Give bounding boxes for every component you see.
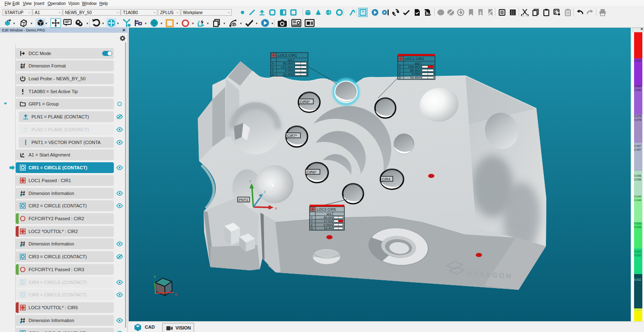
svg-text:X: X: [399, 65, 401, 69]
svg-text:*: *: [362, 9, 364, 16]
svg-text:LOC3 CIR5: LOC3 CIR5: [317, 207, 336, 212]
svg-text:X: X: [272, 62, 274, 65]
svg-text:LOC1 CIR1: LOC1 CIR1: [278, 53, 297, 58]
svg-text:CIR4: CIR4: [382, 177, 391, 181]
svg-text:Z: Z: [399, 72, 401, 76]
svg-text:CIR6*: CIR6*: [307, 170, 317, 174]
svg-text:Y: Y: [154, 275, 156, 279]
svg-text:0.000: 0.000: [412, 72, 421, 76]
svg-text:CIR8*: CIR8*: [300, 100, 310, 104]
svg-text:D: D: [272, 72, 274, 76]
svg-text:88.991: 88.991: [410, 69, 421, 72]
svg-text:LOC2 CIR2: LOC2 CIR2: [405, 57, 424, 61]
svg-text:16.400: 16.400: [410, 76, 421, 79]
svg-text:X: X: [275, 207, 277, 210]
svg-text:X: X: [311, 216, 313, 219]
svg-text:D: D: [311, 226, 313, 230]
svg-text:CIR7*: CIR7*: [287, 134, 298, 138]
svg-text:17.00: 17.00: [324, 219, 332, 223]
svg-text:Y: Y: [249, 180, 252, 183]
svg-text:80.00: 80.00: [324, 216, 332, 219]
svg-text:X: X: [175, 292, 177, 296]
svg-text:Y: Y: [311, 219, 313, 223]
svg-text:PNT1: PNT1: [239, 198, 248, 202]
svg-text:80.000: 80.000: [283, 62, 293, 65]
svg-text:101.000: 101.000: [281, 65, 293, 69]
svg-text:0.000: 0.000: [324, 223, 332, 227]
svg-text:0.000: 0.000: [285, 69, 293, 72]
svg-text:Z: Z: [311, 223, 313, 227]
svg-text:Y: Y: [272, 65, 274, 69]
svg-text:Z: Z: [264, 190, 266, 194]
svg-text:Y: Y: [399, 69, 401, 72]
svg-text:16.40: 16.40: [324, 226, 332, 230]
svg-text:Z: Z: [272, 69, 274, 72]
svg-text:108.991: 108.991: [408, 65, 420, 69]
svg-text:D: D: [399, 76, 401, 79]
svg-text:16.400: 16.400: [283, 72, 293, 76]
